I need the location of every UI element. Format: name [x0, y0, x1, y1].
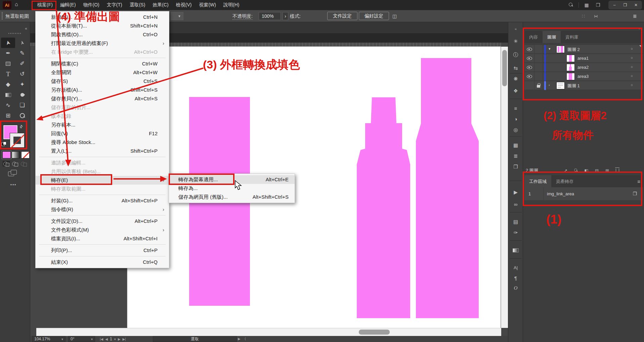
layer-name[interactable]: 圖層 2 [567, 47, 580, 53]
preferences-button[interactable]: 偏好設定 [359, 12, 389, 20]
target-icon[interactable]: ○ [631, 83, 633, 87]
control-menu-icon[interactable]: ≣ [633, 13, 637, 19]
close-button[interactable]: ✕ [631, 1, 641, 9]
lock-toggle[interactable] [534, 72, 543, 81]
transparency-panel-icon[interactable]: ◑ [508, 116, 523, 122]
artboard-name[interactable]: img_link_area [547, 191, 574, 196]
menu-item-print[interactable]: 列印(P)...Ctrl+P [36, 246, 169, 255]
panel-menu-icon[interactable]: ≡ [637, 179, 640, 184]
align-panel-icon[interactable]: ≣ [508, 153, 523, 159]
menu-type[interactable]: 文字(T) [103, 0, 126, 10]
curvature-tool[interactable]: ✎ [15, 48, 29, 58]
new-layer-icon[interactable]: ⊞ [602, 168, 612, 173]
target-icon[interactable]: ○ [631, 47, 633, 51]
rectangle-tool[interactable] [1, 58, 15, 69]
layer-row-layer2[interactable]: ▾ 圖層 2 ○ [524, 45, 643, 54]
menu-item-close[interactable]: 關閉檔案(C)Ctrl+W [36, 59, 169, 68]
visibility-toggle[interactable] [524, 72, 534, 81]
grid-snap-icon[interactable]: ∷ [582, 13, 585, 19]
restore-button[interactable]: ❐ [620, 1, 631, 9]
minimize-button[interactable]: – [609, 1, 620, 9]
tab-libraries[interactable]: 資料庫 [561, 31, 583, 43]
swap-fill-stroke-icon[interactable]: ⇄ [18, 124, 24, 129]
collapse-dock-icon[interactable]: « [508, 27, 523, 31]
menu-item-document-setup[interactable]: 文件設定(D)...Alt+Ctrl+P [36, 217, 169, 226]
menu-item-file-info[interactable]: 檔案資訊(I)...Alt+Shift+Ctrl+I [36, 234, 169, 243]
shaper-tool[interactable]: ✦ [15, 79, 29, 90]
menu-item-scripts[interactable]: 指令檔(R)› [36, 205, 169, 214]
visibility-toggle[interactable] [524, 54, 534, 63]
tab-layers[interactable]: 圖層 [543, 31, 561, 43]
first-artboard-icon[interactable]: |◀ [100, 337, 103, 341]
layer-row-layer1[interactable]: › 圖層 1 ○ [524, 81, 643, 90]
artboard-page-icon[interactable]: ❐ [633, 191, 637, 196]
layer-thumbnail[interactable] [567, 55, 574, 62]
layer-name[interactable]: area2 [577, 65, 589, 70]
target-icon[interactable]: ○ [631, 56, 633, 60]
menu-item-package[interactable]: 封裝(G)...Alt+Shift+Ctrl+P [36, 196, 169, 205]
trash-icon[interactable] [612, 168, 623, 173]
tab-properties[interactable]: 內容 [524, 31, 543, 43]
brushes-panel-icon[interactable]: ✑ [508, 230, 523, 236]
artboards-panel-icon[interactable]: ▦ [508, 142, 523, 148]
menu-item-place[interactable]: 置入(L)...Shift+Ctrl+P [36, 147, 169, 155]
drag-handle[interactable] [8, 33, 22, 34]
home-icon[interactable]: ⌂ [15, 1, 18, 7]
menu-item-open-recent[interactable]: 打開最近使用過的檔案(F)› [36, 39, 169, 48]
menu-item-save-as[interactable]: 另存新檔(A)...Shift+Ctrl+S [36, 86, 169, 94]
prev-artboard-icon[interactable]: ◀ [105, 337, 108, 341]
menu-item-search-adobe-stock[interactable]: 搜尋 Adobe Stock... [36, 138, 169, 147]
status-display-field[interactable]: 選取 [153, 336, 237, 342]
color-panel-icon[interactable]: ❋ [508, 76, 523, 82]
menu-item-export-for-screens[interactable]: 轉存為螢幕適用...Alt+Ctrl+E [169, 175, 295, 184]
gradient-panel-icon[interactable] [513, 248, 519, 252]
target-icon[interactable]: ○ [631, 74, 633, 78]
collect-for-export-icon[interactable]: ↗ [560, 168, 571, 173]
lock-toggle[interactable] [534, 81, 543, 90]
status-expand-icon[interactable]: ▶ [238, 337, 241, 341]
snap-options-icon[interactable]: ∺ [594, 13, 598, 19]
menu-window[interactable]: 視窗(W) [195, 0, 220, 10]
menu-item-revert[interactable]: 回復(V)F12 [36, 129, 169, 138]
eyedropper-tool[interactable] [15, 90, 29, 100]
next-artboard-icon[interactable]: ▶ [118, 337, 121, 341]
new-sublayer-icon[interactable]: ⊟ [592, 168, 602, 173]
paintbrush-tool[interactable]: ✐ [15, 58, 29, 69]
layer-name[interactable]: 圖層 1 [567, 83, 580, 89]
draw-normal-icon[interactable] [3, 161, 10, 166]
fill-dropdown[interactable]: ▾ [171, 12, 183, 20]
locate-object-icon[interactable] [571, 168, 581, 173]
layer-thumbnail[interactable] [567, 64, 574, 71]
collapse-icon[interactable]: « [25, 26, 27, 31]
menu-item-new[interactable]: 新增(N)...Ctrl+N [36, 13, 169, 21]
stroke-color-swatch[interactable] [10, 133, 24, 147]
app-logo[interactable]: Ai [3, 1, 11, 9]
layer-thumbnail[interactable] [557, 82, 564, 89]
gradient-tool[interactable] [1, 90, 15, 100]
artboard-tool[interactable]: ⊞ [1, 110, 15, 121]
menu-view[interactable]: 檢視(V) [172, 0, 196, 10]
zoom-tool[interactable] [15, 110, 29, 121]
vertical-scrollbar-thumb[interactable] [502, 50, 507, 86]
menu-item-save-as-template[interactable]: 另存範本... [36, 120, 169, 129]
chevron-down-icon[interactable]: ▾ [114, 337, 116, 341]
search-icon[interactable] [565, 2, 576, 8]
paragraph-panel-icon[interactable]: ¶ [508, 275, 523, 281]
menu-item-exit[interactable]: 結束(X)Ctrl+Q [36, 258, 169, 266]
artwork-bottle-area2[interactable] [357, 97, 410, 318]
workspace-switcher-icon[interactable]: ▦ [581, 2, 592, 8]
visibility-toggle[interactable] [524, 63, 534, 72]
draw-behind-icon[interactable] [11, 161, 19, 166]
layer-name[interactable]: area1 [577, 56, 589, 61]
opacity-expand-button[interactable]: › [283, 12, 288, 20]
direct-selection-tool[interactable]: ➢ [15, 38, 29, 48]
splitter-icon[interactable]: ⟨ [245, 337, 246, 341]
menu-item-save-for-web-legacy[interactable]: 儲存為網頁用 (舊版)...Alt+Shift+Ctrl+S [169, 193, 295, 201]
opentype-panel-icon[interactable]: O [508, 285, 523, 291]
menu-item-open[interactable]: 開啟舊檔(O)...Ctrl+O [36, 30, 169, 39]
selection-tool[interactable]: ➤ [1, 38, 15, 48]
character-panel-icon[interactable]: A| [508, 265, 523, 270]
menu-file[interactable]: 檔案(F) [34, 0, 56, 10]
lock-toggle[interactable] [534, 63, 543, 72]
artboard-number[interactable]: 1 [110, 337, 112, 341]
